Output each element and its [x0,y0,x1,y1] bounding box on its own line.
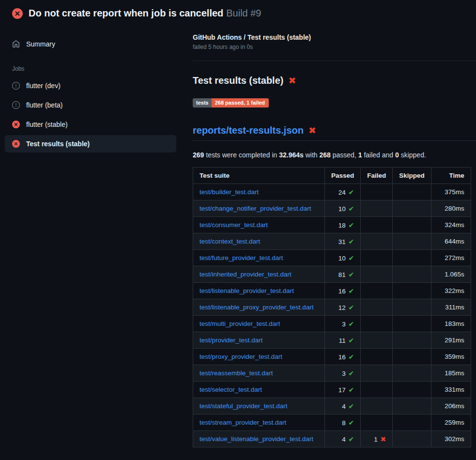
check-icon: ✔ [348,205,354,213]
suite-cell: test/context_test.dart [193,233,325,250]
col-header-passed: Passed [325,168,361,184]
suite-cell: test/builder_test.dart [193,184,325,200]
suite-cell: test/inherited_provider_test.dart [193,266,325,283]
col-header-test-suite: Test suite [193,168,325,184]
suite-link[interactable]: test/multi_provider_test.dart [200,320,280,327]
check-icon: ✔ [348,386,354,394]
failed-cell [361,299,393,316]
time-cell: 311ms [431,299,471,316]
home-icon [12,40,20,48]
table-row: test/multi_provider_test.dart3 ✔183ms [193,316,471,332]
failed-cell [361,332,393,349]
passed-cell: 8 ✔ [325,414,361,431]
suite-link[interactable]: test/proxy_provider_test.dart [200,353,282,360]
suite-cell: test/change_notifier_provider_test.dart [193,200,325,217]
run-header: Do not create report when job is cancell… [0,0,476,25]
skipped-cell [393,184,431,200]
time-cell: 272ms [431,250,471,266]
failed-cell [361,365,393,382]
sidebar-item-test-results-stable[interactable]: Test results (stable) [5,135,176,153]
passed-cell: 3 ✔ [325,365,361,382]
table-row: test/stateful_provider_test.dart4 ✔206ms [193,398,471,414]
check-icon: ✔ [348,369,354,377]
suite-cell: test/stateful_provider_test.dart [193,398,325,414]
suite-cell: test/listenable_provider_test.dart [193,283,325,299]
suite-link[interactable]: test/stateful_provider_test.dart [200,402,288,410]
suite-link[interactable]: test/inherited_provider_test.dart [200,271,292,278]
results-table-body: test/builder_test.dart24 ✔375mstest/chan… [193,184,471,447]
suite-cell: test/provider_test.dart [193,332,325,349]
sidebar-item-flutter-stable[interactable]: flutter (stable) [5,116,176,133]
time-cell: 185ms [431,365,471,382]
passed-cell: 18 ✔ [325,217,361,233]
suite-link[interactable]: test/consumer_test.dart [200,221,268,229]
time-cell: 359ms [431,349,471,365]
failed-cell [361,250,393,266]
suite-link[interactable]: test/reassemble_test.dart [200,369,273,377]
suite-link[interactable]: test/future_provider_test.dart [200,254,283,261]
cross-mark-icon: ✖ [288,76,296,85]
time-cell: 291ms [431,332,471,349]
check-icon: ✔ [348,271,354,278]
run-meta: failed 5 hours ago in 0s [193,44,476,50]
skipped-cell [393,431,431,447]
passed-cell: 24 ✔ [325,184,361,200]
x-circle-fill-icon [12,140,20,148]
passed-cell: 3 ✔ [325,316,361,332]
suite-link[interactable]: test/listenable_proxy_provider_test.dart [200,304,314,311]
failed-cell [361,184,393,200]
section-title: Test results (stable) ✖ [193,75,476,86]
col-header-failed: Failed [361,168,393,184]
skipped-cell [393,398,431,414]
check-icon: ✔ [348,435,354,443]
suite-link[interactable]: test/listenable_provider_test.dart [200,287,294,294]
sidebar-item-flutter-beta[interactable]: flutter (beta) [5,96,176,114]
suite-link[interactable]: test/context_test.dart [200,238,260,245]
failed-cell [361,217,393,233]
suite-link[interactable]: test/stream_provider_test.dart [200,419,286,426]
main-content: GitHub Actions / Test results (stable) f… [181,25,476,447]
skipped-cell [393,316,431,332]
passed-cell: 16 ✔ [325,283,361,299]
skipped-cell [393,349,431,365]
col-header-skipped: Skipped [393,168,431,184]
suite-cell: test/stream_provider_test.dart [193,414,325,431]
results-table: Test suite Passed Failed Skipped Time te… [193,167,471,447]
time-cell: 259ms [431,414,471,431]
report-title-link[interactable]: reports/test-results.json [193,125,304,136]
failed-cell [361,414,393,431]
x-circle-fill-icon [12,8,23,19]
suite-link[interactable]: test/selector_test.dart [200,386,262,393]
jobs-list: flutter (dev) flutter (beta) flutter (st… [0,77,181,153]
table-header-row: Test suite Passed Failed Skipped Time [193,168,471,184]
jobs-section-label: Jobs [12,65,181,72]
suite-link[interactable]: test/provider_test.dart [200,337,263,344]
sidebar-item-flutter-dev[interactable]: flutter (dev) [5,77,176,94]
skipped-cell [393,365,431,382]
table-row: test/listenable_proxy_provider_test.dart… [193,299,471,316]
breadcrumb: GitHub Actions / Test results (stable) [193,25,476,41]
suite-link[interactable]: test/builder_test.dart [200,188,259,196]
passed-cell: 11 ✔ [325,332,361,349]
suite-cell: test/consumer_test.dart [193,217,325,233]
failed-cell [361,266,393,283]
check-icon: ✔ [348,287,354,295]
time-cell: 375ms [431,184,471,200]
run-title: Do not create report when job is cancell… [29,8,223,18]
time-cell: 322ms [431,283,471,299]
failed-cell [361,382,393,398]
col-header-time: Time [431,168,471,184]
suite-link[interactable]: test/value_listenable_provider_test.dart [200,435,313,443]
suite-link[interactable]: test/change_notifier_provider_test.dart [200,205,311,212]
report-title: reports/test-results.json ✖ [193,125,476,141]
check-icon: ✔ [348,402,354,410]
skipped-cell [393,382,431,398]
sidebar-item-summary[interactable]: Summary [5,35,176,53]
check-icon: ✔ [348,221,354,229]
skipped-cell [393,233,431,250]
skipped-cell [393,217,431,233]
time-cell: 183ms [431,316,471,332]
time-cell: 331ms [431,382,471,398]
table-row: test/consumer_test.dart18 ✔324ms [193,217,471,233]
check-icon: ✔ [348,188,354,196]
